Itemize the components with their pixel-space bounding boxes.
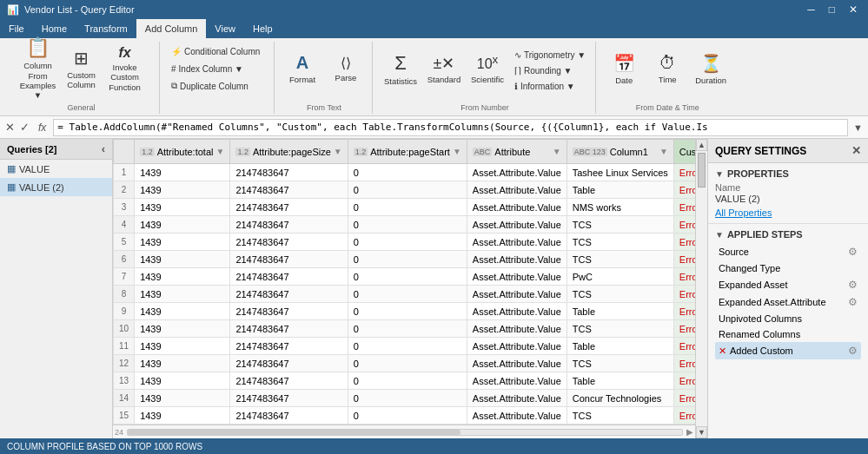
table-row: 13143921474836470Asset.Attribute.ValueTa… bbox=[114, 372, 696, 390]
close-button[interactable]: ✕ bbox=[845, 3, 861, 16]
step-item-expanded-asset[interactable]: Expanded Asset⚙ bbox=[715, 276, 861, 293]
maximize-button[interactable]: □ bbox=[825, 3, 838, 16]
queries-collapse-button[interactable]: ‹ bbox=[102, 142, 105, 155]
scroll-right-button[interactable]: ▶ bbox=[686, 427, 693, 437]
properties-section: ▼ PROPERTIES Name VALUE (2) All Properti… bbox=[708, 163, 868, 224]
h-scroll-track[interactable] bbox=[127, 429, 683, 436]
col-filter-column1[interactable]: ▼ bbox=[659, 147, 668, 156]
step-item-unpivoted-cols[interactable]: Unpivoted Columns bbox=[715, 311, 861, 326]
from-date-label: From Date & Time bbox=[598, 103, 737, 112]
from-number-label: From Number bbox=[374, 103, 595, 112]
duration-button[interactable]: ⏳ Duration bbox=[690, 43, 732, 94]
row-number: 12 bbox=[114, 355, 135, 372]
applied-steps-list: Source⚙Changed TypeExpanded Asset⚙Expand… bbox=[715, 243, 861, 359]
step-item-renamed-cols[interactable]: Renamed Columns bbox=[715, 326, 861, 342]
v-scroll-thumb[interactable] bbox=[698, 153, 706, 188]
tab-transform[interactable]: Transform bbox=[76, 19, 136, 38]
formula-cancel-button[interactable]: ✕ bbox=[3, 121, 17, 134]
applied-steps-header[interactable]: ▼ APPLIED STEPS bbox=[715, 229, 861, 240]
col-header-custom[interactable]: Custom ▼ bbox=[673, 140, 695, 164]
step-item-changed-type[interactable]: Changed Type bbox=[715, 260, 861, 276]
data-grid-scroll[interactable]: 1.2 Attribute:total ▼ 1.2 Attribute:page… bbox=[113, 139, 695, 424]
format-label: Format bbox=[289, 75, 315, 84]
step-gear-expanded-asset[interactable]: ⚙ bbox=[848, 279, 858, 291]
name-prop-label: Name bbox=[715, 182, 861, 193]
table-row: 3143921474836470Asset.Attribute.ValueNMS… bbox=[114, 199, 696, 216]
date-button[interactable]: 📅 Date bbox=[603, 43, 645, 94]
col-filter-attribute[interactable]: ▼ bbox=[553, 147, 561, 156]
statistics-button[interactable]: Σ Statistics bbox=[380, 43, 421, 94]
settings-close-button[interactable]: ✕ bbox=[851, 144, 861, 157]
cell-pageSize: 2147483647 bbox=[230, 164, 348, 181]
scientific-button[interactable]: 10x Scientific bbox=[467, 43, 508, 94]
tab-help[interactable]: Help bbox=[244, 19, 282, 38]
step-gear-source[interactable]: ⚙ bbox=[848, 246, 858, 258]
step-item-added-custom[interactable]: ✕Added Custom⚙ bbox=[715, 342, 861, 359]
col-filter-pagesize[interactable]: ▼ bbox=[334, 147, 342, 156]
all-properties-link[interactable]: All Properties bbox=[715, 207, 861, 218]
ribbon-group-from-date: 📅 Date ⏱ Time ⏳ Duration From Date & Tim… bbox=[598, 42, 737, 114]
scroll-up-button[interactable]: ▲ bbox=[696, 139, 707, 151]
custom-column-button[interactable]: ⊞ CustomColumn bbox=[61, 43, 103, 94]
cell-custom: Error bbox=[673, 181, 695, 199]
format-button[interactable]: A Format bbox=[282, 43, 323, 94]
col-header-total[interactable]: 1.2 Attribute:total ▼ bbox=[135, 140, 230, 164]
query-item-value[interactable]: ▦ VALUE bbox=[0, 160, 112, 178]
col-header-attribute[interactable]: ABC Attribute ▼ bbox=[467, 140, 567, 164]
col-filter-total[interactable]: ▼ bbox=[215, 147, 224, 156]
cell-pageStart: 0 bbox=[348, 338, 467, 355]
conditional-column-button[interactable]: ⚡ Conditional Column bbox=[167, 43, 264, 59]
h-scroll-thumb[interactable] bbox=[128, 430, 461, 435]
table-row: 7143921474836470Asset.Attribute.ValuePwC… bbox=[114, 268, 696, 286]
column-from-examples-button[interactable]: 📋 Column FromExamples ▼ bbox=[17, 43, 59, 94]
formula-input[interactable] bbox=[53, 119, 848, 136]
step-item-expanded-asset-attr[interactable]: Expanded Asset.Attribute⚙ bbox=[715, 293, 861, 311]
step-name-expanded-asset: Expanded Asset bbox=[719, 280, 848, 290]
row-number: 9 bbox=[114, 303, 135, 320]
ribbon-group-extra: ⚡ Conditional Column # Index Column ▼ ⧉ … bbox=[162, 42, 275, 114]
column-from-examples-icon: 📋 bbox=[26, 36, 50, 59]
cell-attribute: Asset.Attribute.Value bbox=[467, 286, 567, 303]
rounding-button[interactable]: ⌈⌉ Rounding ▼ bbox=[510, 63, 590, 78]
scroll-down-button[interactable]: ▼ bbox=[696, 426, 707, 438]
settings-header: QUERY SETTINGS ✕ bbox=[708, 139, 868, 163]
col-header-column1[interactable]: ABC 123 Column1 ▼ bbox=[567, 140, 673, 164]
cell-pageSize: 2147483647 bbox=[230, 407, 348, 424]
parse-icon: ⟨⟩ bbox=[341, 55, 351, 71]
tab-view[interactable]: View bbox=[206, 19, 244, 38]
cell-total: 1439 bbox=[135, 286, 230, 303]
duplicate-column-button[interactable]: ⧉ Duplicate Column bbox=[167, 78, 253, 94]
duplicate-col-label: Duplicate Column bbox=[180, 82, 248, 91]
parse-button[interactable]: ⟨⟩ Parse bbox=[325, 43, 367, 94]
v-scroll-track[interactable] bbox=[696, 151, 707, 426]
col-header-pagestart[interactable]: 1.2 Attribute:pageStart ▼ bbox=[348, 140, 467, 164]
parse-label: Parse bbox=[335, 73, 357, 82]
formula-expand-button[interactable]: ▼ bbox=[851, 122, 865, 133]
properties-section-header[interactable]: ▼ PROPERTIES bbox=[715, 168, 861, 179]
step-gear-added-custom[interactable]: ⚙ bbox=[848, 345, 858, 357]
information-button[interactable]: ℹ Information ▼ bbox=[510, 78, 590, 94]
cell-attribute: Asset.Attribute.Value bbox=[467, 164, 567, 181]
trigonometry-button[interactable]: ∿ Trigonometry ▼ bbox=[510, 47, 590, 63]
col-filter-pagestart[interactable]: ▼ bbox=[453, 147, 461, 156]
col-header-pagesize[interactable]: 1.2 Attribute:pageSize ▼ bbox=[230, 140, 348, 164]
cell-custom: Error bbox=[673, 303, 695, 320]
tab-file[interactable]: File bbox=[0, 19, 33, 38]
cell-column1: TCS bbox=[567, 286, 673, 303]
invoke-custom-function-button[interactable]: fx Invoke CustomFunction bbox=[104, 43, 146, 94]
index-column-button[interactable]: # Index Column ▼ bbox=[167, 61, 248, 76]
query-item-value2[interactable]: ▦ VALUE (2) bbox=[0, 178, 112, 196]
step-gear-expanded-asset-attr[interactable]: ⚙ bbox=[848, 296, 858, 308]
standard-button[interactable]: ±✕ Standard bbox=[423, 43, 465, 94]
tab-add-column[interactable]: Add Column bbox=[136, 19, 207, 38]
horizontal-scrollbar[interactable]: 24 ▶ bbox=[113, 424, 695, 438]
col-label-pagestart: Attribute:pageStart bbox=[370, 147, 450, 157]
formula-confirm-button[interactable]: ✓ bbox=[18, 121, 31, 134]
minimize-button[interactable]: ─ bbox=[804, 3, 818, 16]
cell-column1: Table bbox=[567, 372, 673, 390]
tab-home[interactable]: Home bbox=[33, 19, 76, 38]
cell-pageStart: 0 bbox=[348, 199, 467, 216]
vertical-scrollbar[interactable]: ▲ ▼ bbox=[695, 139, 707, 438]
step-item-source[interactable]: Source⚙ bbox=[715, 243, 861, 260]
time-button[interactable]: ⏱ Time bbox=[646, 43, 688, 94]
